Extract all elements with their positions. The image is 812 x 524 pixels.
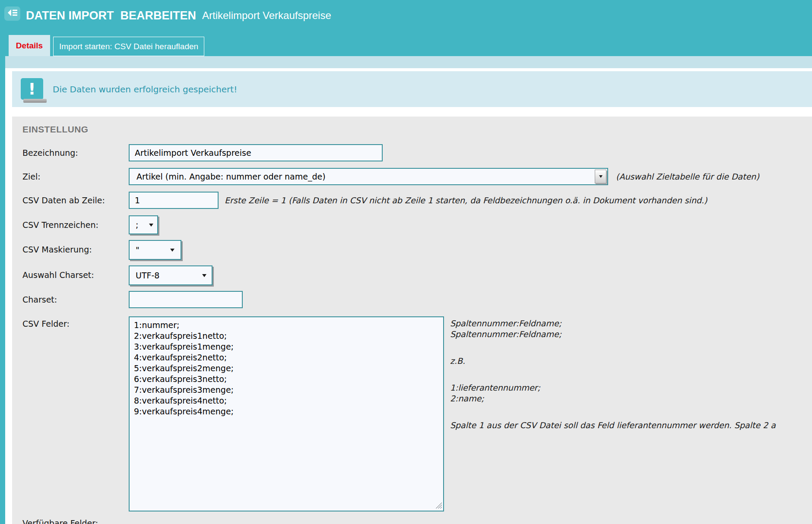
dropdown-arrow-icon [202, 274, 206, 277]
auswahl-charset-label: Auswahl Charset: [22, 265, 129, 280]
ziel-selected-value: Artikel (min. Angabe: nummer oder name_d… [130, 172, 326, 181]
title-mode: BEARBEITEN [121, 9, 197, 22]
csv-felder-hint-example: 1:lieferantennummer; 2:name; [450, 382, 776, 404]
trennzeichen-label: CSV Trennzeichen: [22, 215, 129, 230]
row-trennzeichen: CSV Trennzeichen: ; [22, 215, 812, 234]
maskierung-selected-value: " [130, 245, 140, 255]
trennzeichen-select[interactable]: ; [129, 215, 158, 234]
panel-title: EINSTELLUNG [22, 124, 812, 135]
bezeichnung-label: Bezeichnung: [22, 144, 129, 158]
ziel-label: Ziel: [22, 168, 129, 181]
dropdown-arrow-icon [149, 224, 153, 227]
csv-ab-zeile-label: CSV Daten ab Zeile: [22, 192, 129, 205]
csv-felder-textarea-wrap: 1:nummer; 2:verkaufspreis1netto; 3:verka… [129, 316, 444, 511]
csv-felder-hints: Spaltennummer:Feldname; Spaltennummer:Fe… [450, 316, 776, 447]
charset-input[interactable] [129, 291, 243, 308]
row-csv-ab-zeile: CSV Daten ab Zeile: Erste Zeile = 1 (Fal… [22, 192, 812, 209]
csv-felder-hint-example-intro: z.B. [450, 356, 776, 366]
page-header: DATEN IMPORT BEARBEITEN Artikelimport Ve… [0, 0, 812, 56]
maskierung-label: CSV Maskierung: [22, 240, 129, 254]
row-ziel: Ziel: Artikel (min. Angabe: nummer oder … [22, 168, 812, 185]
tab-details[interactable]: Details [9, 35, 50, 56]
success-message-text: Die Daten wurden erfolgreich gespeichert… [53, 84, 237, 95]
row-charset: Charset: [22, 291, 812, 308]
title-section: DATEN IMPORT [26, 9, 114, 22]
csv-ab-zeile-hint: Erste Zeile = 1 (Falls Daten in CSV nich… [225, 192, 707, 205]
row-maskierung: CSV Maskierung: " [22, 240, 812, 260]
csv-felder-label: CSV Felder: [22, 316, 129, 328]
auswahl-charset-selected-value: UTF-8 [130, 271, 159, 280]
csv-felder-hint-format: Spaltennummer:Feldname; Spaltennummer:Fe… [450, 318, 776, 340]
sub-header-band [5, 56, 812, 68]
einstellung-panel: EINSTELLUNG Bezeichnung: Ziel: Artikel (… [12, 117, 812, 524]
auswahl-charset-select[interactable]: UTF-8 [129, 265, 213, 285]
back-button[interactable] [4, 6, 20, 21]
tab-import-starten[interactable]: Import starten: CSV Datei heraufladen [53, 37, 204, 56]
ziel-dropdown-button[interactable] [595, 170, 606, 183]
dropdown-arrow-icon [170, 249, 174, 252]
csv-felder-hint-explanation: Spalte 1 aus der CSV Datei soll das Feld… [450, 420, 776, 431]
csv-felder-textarea[interactable]: 1:nummer; 2:verkaufspreis1netto; 3:verka… [129, 316, 444, 511]
trennzeichen-selected-value: ; [130, 220, 138, 230]
title-record-name: Artikelimport Verkaufspreise [202, 9, 331, 22]
row-auswahl-charset: Auswahl Charset: UTF-8 [22, 265, 812, 285]
ziel-select[interactable]: Artikel (min. Angabe: nummer oder name_d… [129, 168, 608, 185]
row-csv-felder: CSV Felder: 1:nummer; 2:verkaufspreis1ne… [22, 316, 812, 511]
ziel-hint: (Auswahl Zieltabelle für die Daten) [616, 168, 759, 181]
dropdown-arrow-icon [599, 175, 603, 178]
maskierung-select[interactable]: " [129, 240, 181, 260]
charset-label: Charset: [22, 291, 129, 304]
back-to-list-icon [7, 9, 18, 19]
bezeichnung-input[interactable] [129, 144, 383, 161]
left-accent-strip [0, 0, 5, 524]
page-title: DATEN IMPORT BEARBEITEN Artikelimport Ve… [26, 7, 331, 24]
row-bezeichnung: Bezeichnung: [22, 144, 812, 161]
success-message-box: ! Die Daten wurden erfolgreich gespeiche… [12, 71, 812, 107]
csv-ab-zeile-input[interactable] [129, 192, 219, 209]
verfuegbare-felder-label: Verfügbare Felder: [22, 518, 812, 524]
exclamation-icon: ! [21, 78, 43, 100]
